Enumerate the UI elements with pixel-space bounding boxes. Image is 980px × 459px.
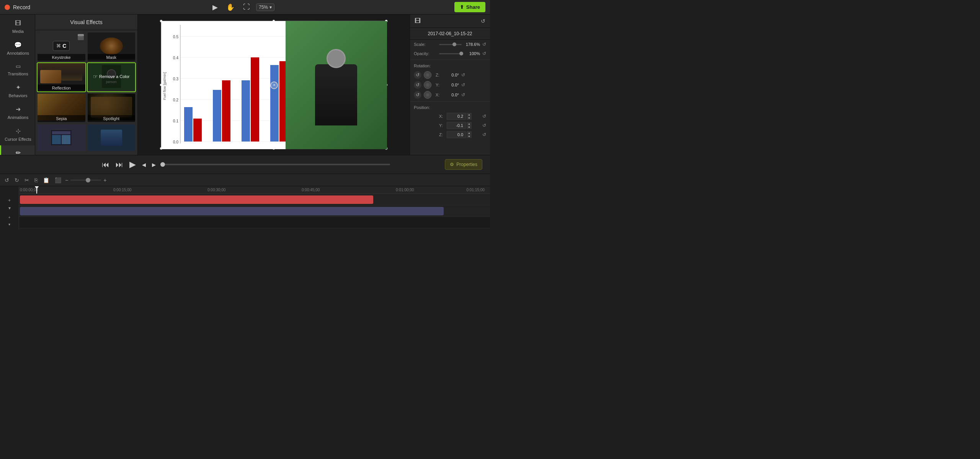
sidebar-item-behaviors-label: Behaviors xyxy=(9,93,28,98)
rotation-z-ccw-button[interactable]: ↺ xyxy=(414,71,421,79)
prev-button[interactable]: ◂ xyxy=(140,158,147,171)
position-label: Position: xyxy=(414,105,437,110)
timeline-zoom-thumb[interactable] xyxy=(86,178,90,182)
sidebar-item-cursor-effects[interactable]: ⊹ Cursor Effects xyxy=(0,124,35,145)
position-y-spinner[interactable]: ▲ ▼ xyxy=(467,122,472,129)
progress-bar[interactable] xyxy=(160,164,390,165)
scale-slider[interactable] xyxy=(439,44,462,45)
position-y-reset[interactable]: ↺ xyxy=(482,123,486,128)
effect-item-sepia[interactable]: Sepia xyxy=(37,93,86,123)
sidebar-item-behaviors[interactable]: ✦ Behaviors xyxy=(0,80,35,102)
zoom-selector[interactable]: 75% ▾ xyxy=(256,3,274,11)
track-add-layer-button[interactable]: + xyxy=(7,215,12,220)
timeline-toolbar: ↺ ↻ ✂ ⎘ 📋 ⬛ − + xyxy=(0,174,490,186)
timeline-clip-blue[interactable] xyxy=(20,207,444,215)
position-z-axis-label: Z: xyxy=(439,132,444,137)
rotation-x-dial[interactable] xyxy=(424,91,431,99)
zoom-in-button[interactable]: + xyxy=(103,177,106,183)
opacity-slider[interactable] xyxy=(439,53,462,54)
scale-property-row: Scale: 178.6% ↺ xyxy=(410,40,490,49)
rotation-y-value: 0.0° xyxy=(444,83,459,87)
position-z-input-group: ▲ ▼ xyxy=(447,131,480,138)
timeline-track-controls: + ▾ + ▾ xyxy=(0,186,19,230)
canvas-area: 0.0 0.1 0.2 0.3 0.4 0.5 xyxy=(138,15,410,155)
position-z-reset[interactable]: ↺ xyxy=(482,132,486,137)
track-controls-row: + ▾ xyxy=(2,197,17,212)
play-pause-button[interactable]: ▶ xyxy=(128,158,137,171)
opacity-reset-button[interactable]: ↺ xyxy=(482,51,486,56)
position-x-input[interactable] xyxy=(447,113,466,120)
frame-back-button[interactable]: ⏭ xyxy=(114,159,125,171)
position-x-decrement[interactable]: ▼ xyxy=(467,116,472,120)
sidebar-item-annotations[interactable]: 💬 Annotations xyxy=(0,37,35,59)
rotation-z-axis-label: Z: xyxy=(434,73,441,77)
rotation-x-ccw-button[interactable]: ↺ xyxy=(414,91,421,99)
rotation-z-dial[interactable] xyxy=(424,71,431,79)
svg-text:0.1: 0.1 xyxy=(173,119,178,123)
rotation-y-reset[interactable]: ↺ xyxy=(461,82,465,88)
sidebar-item-transitions[interactable]: ▭ Transitions xyxy=(0,59,35,80)
position-x-reset[interactable]: ↺ xyxy=(482,114,486,119)
cursor-effects-icon: ⊹ xyxy=(16,127,21,135)
paste-button[interactable]: 📋 xyxy=(41,176,51,184)
progress-thumb[interactable] xyxy=(160,162,165,167)
crop-tool-button[interactable]: ⛶ xyxy=(241,2,252,13)
effect-item-keystroke[interactable]: ⌘C Keystroke xyxy=(37,32,86,62)
rotation-x-reset[interactable]: ↺ xyxy=(461,92,465,98)
effect-item-reflection[interactable]: Reflection xyxy=(37,62,86,92)
move-tool-button[interactable]: ✋ xyxy=(224,2,237,13)
rewind-button[interactable]: ⏮ xyxy=(100,159,111,171)
timeline-zoom-slider[interactable] xyxy=(70,179,101,181)
redo-button[interactable]: ↻ xyxy=(13,176,21,184)
properties-panel-button[interactable]: ⚙ Properties xyxy=(445,159,482,170)
track-add-button[interactable]: + xyxy=(2,197,17,204)
position-y-increment[interactable]: ▲ xyxy=(467,122,472,125)
timeline-clip-red[interactable] xyxy=(20,195,373,204)
position-y-input[interactable] xyxy=(447,122,466,129)
split-button[interactable]: ⬛ xyxy=(53,176,63,184)
canvas-move-handle[interactable]: ✕ xyxy=(270,81,278,89)
presenter-video-overlay xyxy=(286,21,387,149)
position-z-increment[interactable]: ▲ xyxy=(467,131,472,135)
timeline-track-3 xyxy=(19,217,490,228)
zoom-out-button[interactable]: − xyxy=(65,177,68,183)
playhead[interactable] xyxy=(36,186,37,194)
properties-filename: 2017-02-06_10-15-22 xyxy=(410,28,490,40)
properties-panel: 🎞 ↺ 2017-02-06_10-15-22 Scale: 178.6% ↺ … xyxy=(410,15,490,155)
position-property-label-row: Position: xyxy=(410,103,490,112)
svg-rect-17 xyxy=(222,80,230,142)
gear-icon: ⚙ xyxy=(450,162,454,167)
cut-button[interactable]: ✂ xyxy=(23,176,31,184)
effect-item-mask[interactable]: Mask xyxy=(87,32,136,62)
effect-item-extra2[interactable] xyxy=(87,124,136,153)
properties-reset-button[interactable]: ↺ xyxy=(481,18,485,24)
sidebar-item-animations[interactable]: ➜ Animations xyxy=(0,102,35,124)
effect-item-remove-color[interactable]: person ☞ Remove a Color Remove a Color xyxy=(87,62,136,92)
effects-panel: Visual Effects ⌘C Keystroke xyxy=(35,15,138,155)
position-z-decrement[interactable]: ▼ xyxy=(467,135,472,138)
track-collapse2-button[interactable]: ▾ xyxy=(7,221,12,227)
track-collapse-button[interactable]: ▾ xyxy=(2,205,17,212)
position-x-increment[interactable]: ▲ xyxy=(467,113,472,116)
effect-item-extra1[interactable] xyxy=(37,124,86,153)
sidebar-item-media[interactable]: 🎞 Media xyxy=(0,16,35,37)
rotation-y-dial[interactable] xyxy=(424,81,431,89)
select-tool-button[interactable]: ▶ xyxy=(210,2,220,13)
rotation-y-ccw-button[interactable]: ↺ xyxy=(414,81,421,89)
scale-reset-button[interactable]: ↺ xyxy=(482,42,486,47)
effect-item-spotlight[interactable]: Spotlight xyxy=(87,93,136,123)
rotation-z-reset[interactable]: ↺ xyxy=(461,72,465,78)
share-button[interactable]: ⬆ Share xyxy=(454,2,485,12)
next-button[interactable]: ▸ xyxy=(150,158,157,171)
copy-button[interactable]: ⎘ xyxy=(33,176,39,184)
svg-rect-19 xyxy=(251,57,259,142)
undo-button[interactable]: ↺ xyxy=(3,176,11,184)
media-icon: 🎞 xyxy=(15,20,21,27)
playhead-triangle xyxy=(34,186,39,189)
position-z-spinner[interactable]: ▲ ▼ xyxy=(467,131,472,138)
position-z-input[interactable] xyxy=(447,131,466,138)
canvas-container: 0.0 0.1 0.2 0.3 0.4 0.5 xyxy=(161,21,387,149)
sidebar: 🎞 Media 💬 Annotations ▭ Transitions ✦ Be… xyxy=(0,15,35,155)
position-x-spinner[interactable]: ▲ ▼ xyxy=(467,113,472,120)
position-y-decrement[interactable]: ▼ xyxy=(467,125,472,129)
